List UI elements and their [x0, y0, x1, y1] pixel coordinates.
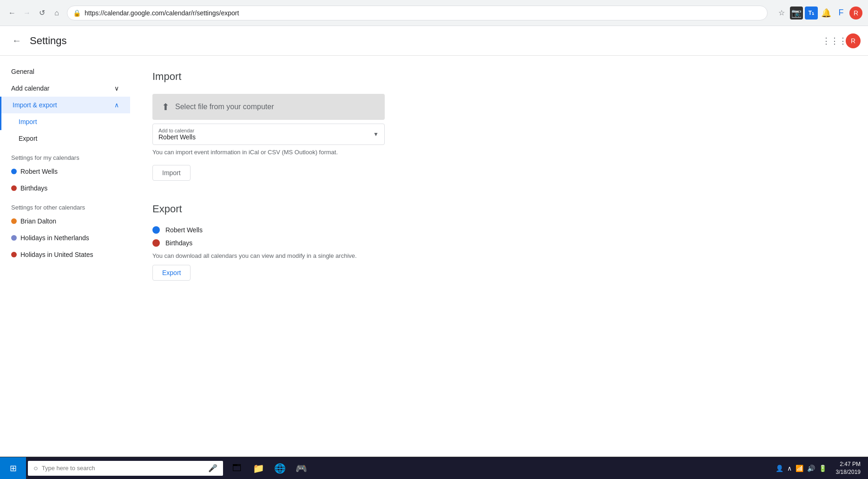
brian-dalton-dot: [11, 218, 17, 224]
taskbar-app-desktop[interactable]: 🗔: [227, 457, 247, 479]
ext-icon-2[interactable]: T₁: [805, 7, 818, 20]
general-label: General: [11, 68, 34, 75]
app-header: ← Settings ⋮⋮⋮ R: [0, 26, 868, 56]
chrome-icon: 🌐: [274, 463, 286, 474]
taskbar-clock[interactable]: 2:47 PM 3/18/2019: [832, 460, 864, 476]
ext-icon-1[interactable]: 📷: [790, 7, 803, 20]
chevron-up-icon: ∧: [114, 101, 119, 109]
import-info-text: You can import event information in iCal…: [152, 149, 385, 156]
steam-icon: 🎮: [296, 463, 307, 474]
taskbar-apps: 🗔 📁 🌐 🎮: [227, 457, 311, 479]
holidays-us-label: Holidays in United States: [20, 251, 93, 258]
export-button[interactable]: Export: [152, 265, 191, 281]
export-info-text: You can download all calendars you can v…: [152, 252, 385, 259]
start-button[interactable]: ⊞: [0, 457, 26, 479]
sys-icons: 👤 ∧ 📶 🔊 🔋: [772, 465, 830, 472]
import-title: Import: [152, 71, 846, 83]
nav-buttons: ← → ↺ ⌂: [6, 7, 63, 20]
page-title: Settings: [30, 35, 67, 47]
main-layout: General Add calendar ∨ Import & export ∧…: [0, 56, 868, 479]
volume-icon: 🔊: [807, 465, 815, 472]
sidebar-item-holidays-us[interactable]: Holidays in United States: [0, 246, 130, 263]
robert-wells-dot: [11, 169, 17, 174]
sidebar-item-holidays-netherlands[interactable]: Holidays in Netherlands: [0, 230, 130, 246]
robert-wells-label: Robert Wells: [20, 168, 58, 175]
home-button[interactable]: ⌂: [50, 7, 63, 20]
back-nav-button[interactable]: ←: [7, 32, 26, 50]
taskbar-time: 2:47 PM: [836, 460, 861, 468]
sidebar-item-export[interactable]: Export: [0, 130, 130, 147]
person-icon: 👤: [776, 465, 783, 472]
chevron-icon[interactable]: ∧: [787, 465, 792, 472]
calendar-value: Robert Wells: [158, 133, 196, 141]
import-export-label: Import & export: [13, 101, 57, 109]
reload-button[interactable]: ↺: [35, 7, 48, 20]
upload-icon: ⬆: [162, 101, 170, 112]
taskbar-date: 3/18/2019: [836, 468, 861, 476]
export-title: Export: [152, 203, 846, 215]
sidebar: General Add calendar ∨ Import & export ∧…: [0, 56, 130, 479]
select-file-label: Select file from your computer: [175, 103, 274, 111]
microphone-icon[interactable]: 🎤: [208, 464, 217, 472]
search-input[interactable]: [42, 465, 204, 472]
import-button[interactable]: Import: [152, 165, 191, 181]
export-label: Export: [19, 135, 37, 142]
url-text: https://calendar.google.com/calendar/r/s…: [85, 9, 762, 17]
taskbar: ⊞ ○ 🎤 🗔 📁 🌐 🎮 👤 ∧ 📶 🔊 🔋 2:47 PM 3/18/20: [0, 457, 868, 479]
sidebar-item-brian-dalton[interactable]: Brian Dalton: [0, 213, 130, 230]
dropdown-arrow-icon: ▼: [373, 131, 379, 138]
network-icon: 📶: [796, 465, 803, 472]
back-button[interactable]: ←: [6, 7, 19, 20]
export-robert-dot: [152, 226, 160, 234]
sidebar-item-birthdays[interactable]: Birthdays: [0, 180, 130, 197]
sidebar-item-robert-wells[interactable]: Robert Wells: [0, 163, 130, 180]
export-section: Export Robert Wells Birthdays You can do…: [152, 203, 846, 281]
windows-icon: ⊞: [10, 463, 17, 473]
export-birthdays-name: Birthdays: [165, 239, 192, 247]
add-to-calendar-label: Add to calendar: [158, 128, 196, 133]
ext-icon-4[interactable]: F: [835, 7, 848, 20]
sidebar-item-import[interactable]: Import: [0, 113, 130, 130]
export-robert-name: Robert Wells: [165, 226, 203, 234]
browser-chrome: ← → ↺ ⌂ 🔒 https://calendar.google.com/ca…: [0, 0, 868, 26]
holidays-netherlands-dot: [11, 235, 17, 241]
add-calendar-label: Add calendar: [11, 85, 50, 92]
export-birthdays-dot: [152, 239, 160, 247]
export-calendar-birthdays: Birthdays: [152, 239, 846, 247]
browser-actions: ☆ 📷 T₁ 🔔 F R: [775, 7, 862, 20]
lock-icon: 🔒: [73, 9, 81, 17]
content-area: Import ⬆ Select file from your computer …: [130, 56, 868, 479]
files-icon: 📁: [253, 463, 264, 474]
ext-icon-3[interactable]: 🔔: [820, 7, 833, 20]
birthdays-label: Birthdays: [20, 184, 47, 192]
user-avatar-browser[interactable]: R: [849, 7, 862, 20]
brian-dalton-label: Brian Dalton: [20, 217, 56, 225]
taskbar-app-steam[interactable]: 🎮: [291, 457, 311, 479]
sidebar-item-add-calendar[interactable]: Add calendar ∨: [0, 80, 130, 97]
birthdays-dot: [11, 185, 17, 191]
other-calendars-title: Settings for other calendars: [0, 197, 130, 213]
holidays-netherlands-label: Holidays in Netherlands: [20, 234, 89, 242]
header-right: ⋮⋮⋮ R: [825, 32, 861, 50]
search-icon: ○: [33, 464, 38, 472]
user-avatar-app[interactable]: R: [846, 33, 861, 48]
select-file-button[interactable]: ⬆ Select file from your computer: [152, 94, 385, 120]
address-bar[interactable]: 🔒 https://calendar.google.com/calendar/r…: [67, 6, 768, 20]
calendar-dropdown[interactable]: Add to calendar Robert Wells ▼: [152, 124, 385, 145]
taskbar-right: 👤 ∧ 📶 🔊 🔋 2:47 PM 3/18/2019: [772, 457, 868, 479]
taskbar-app-files[interactable]: 📁: [248, 457, 269, 479]
chevron-down-icon: ∨: [114, 85, 119, 92]
battery-icon: 🔋: [819, 465, 827, 472]
taskbar-app-chrome[interactable]: 🌐: [270, 457, 290, 479]
import-label: Import: [19, 118, 37, 125]
bookmark-button[interactable]: ☆: [775, 7, 788, 20]
sidebar-item-general[interactable]: General: [0, 63, 130, 80]
import-section: Import ⬆ Select file from your computer …: [152, 71, 846, 181]
desktop-icon: 🗔: [232, 463, 242, 473]
sidebar-item-import-export[interactable]: Import & export ∧: [0, 97, 130, 113]
forward-button[interactable]: →: [20, 7, 33, 20]
my-calendars-title: Settings for my calendars: [0, 147, 130, 163]
apps-grid-button[interactable]: ⋮⋮⋮: [825, 32, 844, 50]
taskbar-search[interactable]: ○ 🎤: [28, 461, 223, 476]
dropdown-text: Add to calendar Robert Wells: [158, 128, 196, 141]
